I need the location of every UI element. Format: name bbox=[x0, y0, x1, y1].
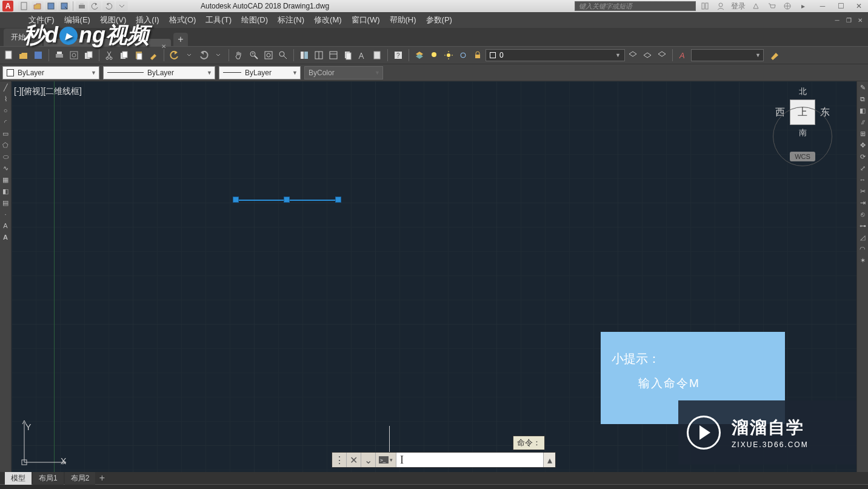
linetype-combo[interactable]: ByLayer ▼ bbox=[103, 66, 215, 79]
layout-tab-model[interactable]: 模型 bbox=[5, 472, 32, 485]
layout-tab-1[interactable]: 布局1 bbox=[33, 472, 64, 485]
cut-icon[interactable] bbox=[103, 49, 116, 62]
array-icon[interactable]: ⊞ bbox=[858, 129, 867, 138]
overflow-icon[interactable]: ▸ bbox=[798, 1, 809, 11]
drawing-canvas[interactable]: [-][俯视][二维线框] 北 西 上 东 南 WCS Y X bbox=[12, 81, 856, 472]
menu-format[interactable]: 格式(O) bbox=[165, 12, 201, 28]
user-icon[interactable] bbox=[715, 1, 726, 11]
zoom-win-icon[interactable] bbox=[262, 49, 275, 62]
rotate-icon[interactable]: ⟳ bbox=[858, 152, 867, 161]
publish-icon[interactable] bbox=[82, 49, 95, 62]
brush-icon[interactable] bbox=[769, 49, 782, 62]
undo-drop-icon[interactable] bbox=[182, 49, 196, 62]
qat-save-icon[interactable] bbox=[45, 1, 57, 11]
qat-dropdown-icon[interactable] bbox=[116, 1, 128, 11]
menu-tools[interactable]: 工具(T) bbox=[201, 12, 236, 28]
ellipse-tool-icon[interactable]: ⬭ bbox=[1, 152, 10, 161]
sun-icon[interactable] bbox=[442, 49, 455, 62]
zoom-rt-icon[interactable]: + bbox=[247, 49, 261, 62]
textstyle-icon[interactable]: A bbox=[676, 49, 690, 62]
doc-minimize-icon[interactable]: ─ bbox=[832, 16, 843, 24]
grip-mid[interactable] bbox=[284, 197, 290, 203]
calc-icon[interactable] bbox=[370, 49, 384, 62]
bulb-icon[interactable] bbox=[427, 49, 441, 62]
menu-param[interactable]: 参数(P) bbox=[422, 12, 456, 28]
match-icon[interactable] bbox=[147, 49, 160, 62]
tp-icon[interactable] bbox=[327, 49, 340, 62]
print-icon[interactable] bbox=[53, 49, 66, 62]
search-box[interactable]: 键入关键字或短语 bbox=[575, 1, 696, 11]
menu-draw[interactable]: 绘图(D) bbox=[237, 12, 272, 28]
layer-uniso-icon[interactable] bbox=[641, 49, 654, 62]
pline-tool-icon[interactable]: ⌇ bbox=[1, 94, 10, 104]
region-tool-icon[interactable]: ◧ bbox=[1, 186, 10, 196]
maximize-button[interactable]: ☐ bbox=[832, 1, 850, 12]
doc-close-icon[interactable]: ✕ bbox=[855, 16, 866, 24]
menu-window[interactable]: 窗口(W) bbox=[347, 12, 384, 28]
table-tool-icon[interactable]: ▤ bbox=[1, 198, 10, 207]
login-label[interactable]: 登录 bbox=[731, 1, 746, 12]
circle-tool-icon[interactable]: ○ bbox=[1, 106, 10, 115]
help-icon[interactable]: ? bbox=[392, 49, 405, 62]
menu-dim[interactable]: 标注(N) bbox=[273, 12, 309, 28]
compass-icon[interactable] bbox=[782, 1, 793, 11]
cmd-close-icon[interactable]: ✕ bbox=[347, 453, 361, 467]
menu-modify[interactable]: 修改(M) bbox=[310, 12, 346, 28]
extend-icon[interactable]: ⇥ bbox=[858, 198, 867, 207]
viewcube[interactable]: 北 西 上 东 南 WCS bbox=[763, 86, 842, 171]
erase-icon[interactable]: ✎ bbox=[858, 83, 867, 92]
qat-redo-icon[interactable] bbox=[102, 1, 115, 11]
redo-drop-icon[interactable] bbox=[212, 49, 225, 62]
arc-tool-icon[interactable]: ◜ bbox=[1, 117, 10, 127]
rect-tool-icon[interactable]: ▭ bbox=[1, 129, 10, 138]
join-icon[interactable]: ⊶ bbox=[858, 221, 867, 231]
grip-start[interactable] bbox=[233, 197, 239, 203]
freeze-icon[interactable] bbox=[456, 49, 470, 62]
markup-icon[interactable] bbox=[356, 49, 369, 62]
cmd-options-icon[interactable]: ⌄ bbox=[361, 453, 376, 467]
tab-close-icon[interactable]: ✕ bbox=[161, 43, 166, 50]
mtext-tool-icon[interactable]: A bbox=[1, 232, 10, 242]
polygon-tool-icon[interactable]: ⬠ bbox=[1, 140, 10, 150]
cmd-prompt-icon[interactable]: >_ ▾ bbox=[376, 453, 396, 467]
chamfer-icon[interactable]: ◿ bbox=[858, 232, 867, 242]
mirror-icon[interactable]: ◧ bbox=[858, 106, 867, 115]
exchange-icon[interactable] bbox=[750, 1, 761, 11]
view-controls-label[interactable]: [-][俯视][二维线框] bbox=[14, 86, 82, 97]
qat-print-icon[interactable] bbox=[76, 1, 88, 11]
qat-saveas-icon[interactable] bbox=[58, 1, 70, 11]
move-icon[interactable]: ✥ bbox=[858, 140, 867, 150]
infocenter-search-icon[interactable] bbox=[699, 1, 710, 11]
qat-open-icon[interactable] bbox=[32, 1, 44, 11]
fillet-icon[interactable]: ◠ bbox=[858, 244, 867, 254]
plotstyle-combo[interactable]: ByColor ▼ bbox=[304, 66, 383, 79]
redo-icon[interactable] bbox=[197, 49, 210, 62]
tab-add-button[interactable]: + bbox=[173, 33, 188, 46]
minimize-button[interactable]: ─ bbox=[813, 1, 832, 12]
qat-undo-icon[interactable] bbox=[89, 1, 101, 11]
preview-icon[interactable] bbox=[67, 49, 81, 62]
dc-icon[interactable] bbox=[312, 49, 326, 62]
lineweight-combo[interactable]: ByLayer ▼ bbox=[219, 66, 301, 79]
ssm-icon[interactable] bbox=[341, 49, 355, 62]
close-button[interactable]: ✕ bbox=[850, 1, 868, 12]
props-icon[interactable] bbox=[298, 49, 311, 62]
offset-icon[interactable]: ⫽ bbox=[858, 117, 867, 127]
layer-combo[interactable]: 0 ▼ bbox=[486, 49, 625, 61]
command-input[interactable]: I bbox=[396, 453, 543, 467]
stretch-icon[interactable]: ↔ bbox=[858, 175, 867, 184]
layout-add-button[interactable]: + bbox=[96, 473, 107, 484]
save-icon[interactable] bbox=[32, 49, 45, 62]
point-tool-icon[interactable]: · bbox=[1, 209, 10, 219]
pan-icon[interactable] bbox=[233, 49, 246, 62]
cart-icon[interactable] bbox=[766, 1, 777, 11]
trim-icon[interactable]: ✂ bbox=[858, 186, 867, 196]
layer-iso-icon[interactable] bbox=[626, 49, 639, 62]
layout-tab-2[interactable]: 布局2 bbox=[65, 472, 96, 485]
paste-icon[interactable] bbox=[132, 49, 145, 62]
color-combo[interactable]: ByLayer ▼ bbox=[2, 66, 99, 79]
menu-help[interactable]: 帮助(H) bbox=[386, 12, 421, 28]
text-tool-icon[interactable]: A bbox=[1, 221, 10, 231]
copy-icon[interactable] bbox=[118, 49, 131, 62]
layer-tool-icon[interactable] bbox=[413, 49, 426, 62]
